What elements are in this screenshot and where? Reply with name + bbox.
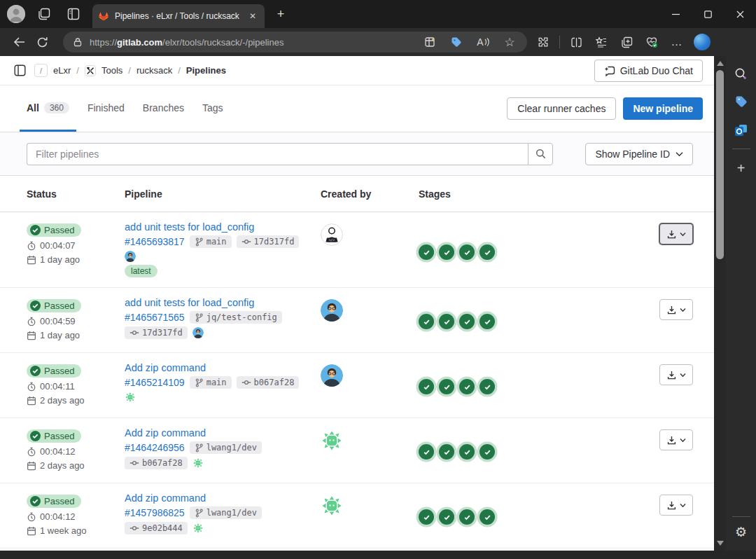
branch-badge[interactable]: main	[190, 235, 232, 248]
stage-passed-icon[interactable]	[479, 244, 495, 260]
site-lock-icon[interactable]	[73, 37, 83, 47]
pipeline-title-link[interactable]: add unit tests for load_config	[125, 221, 254, 233]
creator-avatar[interactable]	[321, 364, 343, 387]
tab-all[interactable]: All 360	[20, 85, 76, 132]
pipeline-id-link[interactable]: #1464246956	[125, 442, 185, 453]
read-aloud-icon[interactable]: A	[472, 32, 493, 53]
pipeline-id-link[interactable]: #1465214109	[125, 377, 185, 388]
commit-sha-badge[interactable]: 17d317fd	[125, 326, 188, 339]
stage-passed-icon[interactable]	[419, 379, 434, 394]
browser-tab-active[interactable]: Pipelines · eLxr / Tools / rucksack ✕	[92, 4, 265, 28]
breadcrumb-elxr[interactable]: eLxr	[53, 65, 71, 76]
commit-author-avatar[interactable]	[192, 523, 204, 534]
browser-essentials-icon[interactable]	[641, 32, 662, 53]
pipeline-title-link[interactable]: Add zip command	[125, 427, 206, 439]
tab-branches[interactable]: Branches	[136, 85, 191, 132]
stage-passed-icon[interactable]	[459, 444, 475, 460]
sidebar-settings-gear-icon[interactable]: ⚙	[732, 523, 750, 541]
stage-passed-icon[interactable]	[439, 509, 454, 525]
tab-finished[interactable]: Finished	[80, 85, 132, 132]
stage-passed-icon[interactable]	[459, 314, 475, 329]
sidebar-search-icon[interactable]	[732, 64, 750, 83]
pipeline-id-link[interactable]: #1465693817	[125, 236, 185, 247]
latest-badge[interactable]: latest	[125, 265, 158, 277]
favorite-star-icon[interactable]: ☆	[499, 32, 520, 53]
commit-sha-badge[interactable]: 17d317fd	[237, 235, 300, 248]
stage-passed-icon[interactable]	[439, 244, 454, 260]
download-artifacts-button[interactable]	[659, 299, 693, 320]
pipeline-title-link[interactable]: Add zip command	[125, 362, 206, 373]
copy-page-icon[interactable]	[616, 32, 637, 53]
show-pipeline-id-dropdown[interactable]: Show Pipeline ID	[585, 143, 693, 165]
tab-close-icon[interactable]: ✕	[246, 10, 259, 22]
stage-passed-icon[interactable]	[479, 444, 495, 460]
vertical-tabs-icon[interactable]	[66, 6, 81, 22]
sidebar-add-icon[interactable]: +	[732, 159, 750, 177]
stage-passed-icon[interactable]	[439, 314, 454, 329]
shopping-tag-icon[interactable]	[446, 32, 467, 53]
stage-passed-icon[interactable]	[459, 379, 475, 394]
download-artifacts-button[interactable]	[659, 495, 693, 516]
copilot-icon[interactable]	[692, 32, 713, 53]
status-badge[interactable]: Passed	[27, 223, 81, 237]
branch-badge[interactable]: lwang1/dev	[190, 441, 262, 454]
creator-avatar[interactable]	[321, 429, 343, 452]
breadcrumb-tools[interactable]: Tools	[102, 65, 122, 76]
new-pipeline-button[interactable]: New pipeline	[623, 97, 703, 120]
stage-passed-icon[interactable]	[419, 509, 434, 525]
creator-avatar[interactable]: </>	[321, 223, 343, 246]
commit-sha-badge[interactable]: b067af28	[237, 376, 300, 389]
stage-passed-icon[interactable]	[479, 509, 495, 525]
commit-author-avatar[interactable]	[125, 392, 136, 403]
stage-passed-icon[interactable]	[419, 444, 434, 460]
branch-badge[interactable]: jq/test-config	[190, 311, 282, 324]
stage-passed-icon[interactable]	[439, 379, 454, 394]
address-bar[interactable]: https://gitlab.com/elxr/tools/rucksack/-…	[63, 32, 527, 53]
scroll-up-arrow[interactable]	[717, 61, 724, 66]
pipeline-id-link[interactable]: #1457986825	[125, 507, 185, 518]
filter-pipelines-input[interactable]	[27, 143, 528, 165]
commit-author-avatar[interactable]	[192, 327, 204, 338]
stage-passed-icon[interactable]	[479, 314, 495, 329]
back-button[interactable]	[8, 31, 31, 53]
refresh-button[interactable]	[31, 31, 53, 53]
new-tab-button[interactable]: +	[273, 6, 288, 22]
commit-sha-badge[interactable]: b067af28	[125, 457, 188, 469]
search-button[interactable]	[528, 143, 553, 165]
collections-icon[interactable]	[591, 32, 612, 53]
sidebar-outlook-icon[interactable]	[732, 120, 750, 139]
download-artifacts-button[interactable]	[659, 223, 693, 244]
gitlab-duo-chat-button[interactable]: GitLab Duo Chat	[594, 60, 703, 82]
download-artifacts-button[interactable]	[659, 429, 693, 450]
stage-passed-icon[interactable]	[419, 244, 434, 260]
window-minimize-button[interactable]	[659, 0, 692, 28]
status-badge[interactable]: Passed	[27, 364, 81, 378]
window-close-button[interactable]	[724, 0, 756, 28]
browser-profile-avatar[interactable]	[7, 5, 25, 23]
extensions-icon[interactable]	[533, 32, 554, 53]
pipeline-id-link[interactable]: #1465671565	[125, 312, 185, 323]
branch-badge[interactable]: lwang1/dev	[190, 506, 262, 519]
stage-passed-icon[interactable]	[479, 379, 495, 394]
window-maximize-button[interactable]	[692, 0, 724, 28]
stage-passed-icon[interactable]	[459, 244, 475, 260]
commit-author-avatar[interactable]	[192, 457, 204, 469]
creator-avatar[interactable]	[321, 299, 343, 322]
scrollbar-thumb[interactable]	[716, 70, 724, 259]
status-badge[interactable]: Passed	[27, 299, 81, 312]
workspaces-grid-icon[interactable]	[419, 32, 440, 53]
stage-passed-icon[interactable]	[419, 314, 434, 329]
scroll-down-arrow[interactable]	[717, 541, 724, 546]
split-screen-icon[interactable]	[566, 32, 587, 53]
status-badge[interactable]: Passed	[27, 495, 81, 508]
pipeline-title-link[interactable]: Add zip command	[125, 492, 206, 504]
stage-passed-icon[interactable]	[459, 509, 475, 525]
workspaces-icon[interactable]	[36, 6, 52, 22]
creator-avatar[interactable]	[321, 495, 343, 517]
clear-runner-caches-button[interactable]: Clear runner caches	[507, 97, 616, 120]
breadcrumb-rucksack[interactable]: rucksack	[136, 65, 172, 76]
sidebar-toggle-icon[interactable]	[14, 64, 26, 76]
download-artifacts-button[interactable]	[659, 364, 693, 385]
stage-passed-icon[interactable]	[439, 444, 454, 460]
commit-sha-badge[interactable]: 9e02b444	[125, 522, 188, 534]
